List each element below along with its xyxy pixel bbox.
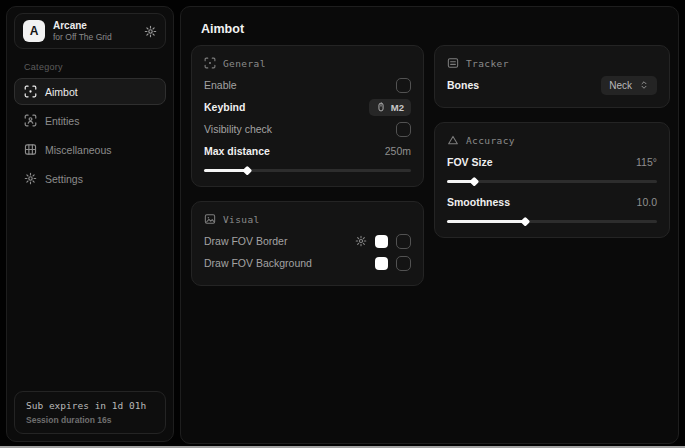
card-header-label: Tracker	[466, 58, 509, 69]
smoothness-value: 10.0	[637, 196, 657, 208]
keybind-value: M2	[391, 102, 404, 113]
bones-dropdown[interactable]: Neck	[601, 76, 657, 95]
max-distance-row: Max distance 250m	[204, 140, 411, 162]
draw-fov-border-label: Draw FOV Border	[204, 235, 287, 247]
accuracy-card-header: Accuracy	[447, 134, 657, 146]
slider-thumb[interactable]	[243, 166, 252, 175]
sidebar-item-label: Settings	[45, 173, 83, 185]
crosshair-icon	[204, 57, 216, 69]
max-distance-value: 250m	[385, 145, 411, 157]
slider-thumb[interactable]	[520, 217, 529, 226]
keybind-row: Keybind M2	[204, 96, 411, 118]
sidebar-item-settings[interactable]: Settings	[14, 165, 166, 192]
draw-fov-background-row: Draw FOV Background	[204, 252, 411, 274]
sidebar-item-label: Aimbot	[45, 86, 78, 98]
tracker-card-header: Tracker	[447, 57, 657, 69]
fov-border-color-swatch[interactable]	[375, 235, 388, 248]
image-icon	[204, 213, 216, 225]
sidebar-item-label: Entities	[45, 115, 79, 127]
enable-checkbox[interactable]	[396, 78, 411, 93]
sidebar-item-aimbot[interactable]: Aimbot	[14, 78, 166, 105]
card-header-label: General	[223, 58, 266, 69]
bones-row: Bones Neck	[447, 74, 657, 96]
settings-gear-icon[interactable]	[144, 25, 157, 38]
crosshair-icon	[24, 85, 37, 98]
brand-logo: A	[23, 20, 45, 42]
general-card: General Enable Keybind M2 V	[191, 45, 424, 187]
smoothness-label: Smoothness	[447, 196, 510, 208]
brand-title: Arcane	[53, 20, 112, 32]
sidebar-item-miscellaneous[interactable]: Miscellaneous	[14, 136, 166, 163]
bones-selected-value: Neck	[609, 80, 632, 91]
sidebar-item-entities[interactable]: Entities	[14, 107, 166, 134]
card-header-label: Visual	[223, 214, 260, 225]
max-distance-slider[interactable]	[204, 165, 411, 175]
main-panel: Aimbot General Enable Keybind	[180, 6, 679, 444]
left-column: General Enable Keybind M2 V	[191, 45, 424, 286]
fov-background-color-swatch[interactable]	[375, 257, 388, 270]
card-header-label: Accuracy	[466, 135, 515, 146]
tracker-icon	[447, 57, 459, 69]
fov-size-label: FOV Size	[447, 156, 493, 168]
smoothness-slider[interactable]	[447, 216, 657, 226]
enable-row: Enable	[204, 74, 411, 96]
general-card-header: General	[204, 57, 411, 69]
sidebar-nav: Aimbot Entities Miscellaneous Settings	[7, 78, 173, 192]
category-label: Category	[24, 62, 173, 72]
slider-fill	[204, 169, 247, 172]
slider-thumb[interactable]	[470, 177, 479, 186]
visibility-check-checkbox[interactable]	[396, 122, 411, 137]
visibility-check-row: Visibility check	[204, 118, 411, 140]
visual-card: Visual Draw FOV Border Draw FOV Backgrou…	[191, 201, 424, 286]
brand-subtitle: for Off The Grid	[53, 32, 112, 42]
subscription-card: Sub expires in 1d 01h Session duration 1…	[14, 391, 166, 434]
person-scan-icon	[24, 114, 37, 127]
tracker-card: Tracker Bones Neck	[434, 45, 670, 108]
page-title: Aimbot	[181, 7, 678, 36]
smoothness-row: Smoothness 10.0	[447, 191, 657, 213]
visual-card-header: Visual	[204, 213, 411, 225]
sub-expiry-text: Sub expires in 1d 01h	[26, 400, 154, 411]
chevron-up-down-icon	[639, 80, 649, 90]
slider-fill	[447, 220, 525, 223]
session-duration-text: Session duration 16s	[26, 415, 154, 425]
fov-size-row: FOV Size 115°	[447, 151, 657, 173]
draw-fov-border-row: Draw FOV Border	[204, 230, 411, 252]
gear-icon[interactable]	[355, 235, 367, 247]
fov-size-value: 115°	[636, 156, 657, 168]
draw-fov-background-checkbox[interactable]	[396, 256, 411, 271]
mouse-icon	[376, 102, 386, 112]
accuracy-card: Accuracy FOV Size 115° Smoothness 10.0	[434, 122, 670, 238]
fov-size-slider[interactable]	[447, 176, 657, 186]
app-window: A Arcane for Off The Grid Category Aimbo…	[0, 0, 685, 448]
gear-icon	[24, 172, 37, 185]
visibility-check-label: Visibility check	[204, 123, 272, 135]
brand-card: A Arcane for Off The Grid	[14, 13, 166, 49]
keybind-button[interactable]: M2	[369, 99, 411, 116]
sidebar: A Arcane for Off The Grid Category Aimbo…	[6, 6, 174, 442]
keybind-label: Keybind	[204, 101, 245, 113]
draw-fov-background-label: Draw FOV Background	[204, 257, 312, 269]
sidebar-item-label: Miscellaneous	[45, 144, 112, 156]
brand-text: Arcane for Off The Grid	[53, 20, 112, 42]
max-distance-label: Max distance	[204, 145, 270, 157]
right-column: Tracker Bones Neck	[434, 45, 670, 238]
bones-label: Bones	[447, 79, 479, 91]
enable-label: Enable	[204, 79, 237, 91]
draw-fov-border-checkbox[interactable]	[396, 234, 411, 249]
triangle-icon	[447, 134, 459, 146]
grid-icon	[24, 143, 37, 156]
